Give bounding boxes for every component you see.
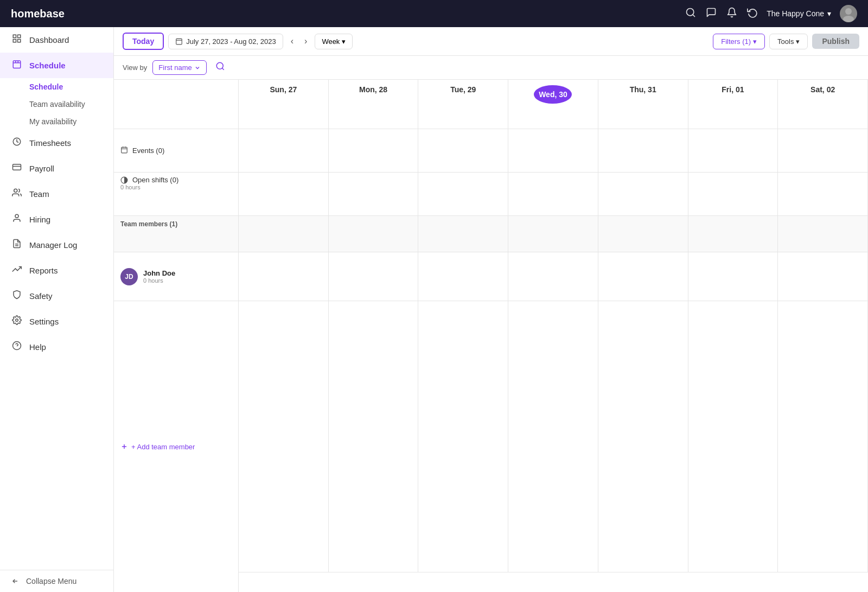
top-navigation: homebase The Happy Cone ▾ xyxy=(0,0,868,27)
company-dropdown-arrow: ▾ xyxy=(827,9,831,18)
week-selector[interactable]: Week ▾ xyxy=(315,34,353,49)
events-wed[interactable] xyxy=(508,129,598,173)
sidebar-item-payroll[interactable]: Payroll xyxy=(0,156,113,181)
open-shifts-sat[interactable] xyxy=(778,173,868,216)
sidebar-item-settings[interactable]: Settings xyxy=(0,309,113,334)
events-sun[interactable] xyxy=(239,129,329,173)
publish-button[interactable]: Publish xyxy=(812,34,859,49)
member-search-icon[interactable] xyxy=(212,60,228,75)
events-tue[interactable] xyxy=(418,129,508,173)
open-shifts-sun[interactable] xyxy=(239,173,329,216)
today-button[interactable]: Today xyxy=(123,33,164,50)
sidebar-sub-team-availability[interactable]: Team availability xyxy=(29,96,113,113)
bell-icon[interactable] xyxy=(726,7,737,21)
sidebar-hiring-label: Hiring xyxy=(29,215,50,224)
company-name: The Happy Cone xyxy=(767,9,824,18)
timesheets-icon xyxy=(11,137,23,149)
team-header-sat xyxy=(778,216,868,252)
main-layout: Dashboard Schedule Schedule Team availab… xyxy=(0,27,868,592)
next-week-button[interactable]: › xyxy=(301,34,310,48)
history-icon[interactable] xyxy=(747,7,758,21)
empty-add-tue[interactable] xyxy=(418,301,508,572)
empty-add-wed[interactable] xyxy=(508,301,598,572)
calendar-header-tue: Tue, 29 xyxy=(418,80,508,129)
filters-label: Filters (1) xyxy=(721,37,751,46)
events-thu[interactable] xyxy=(598,129,688,173)
calendar-header-mon: Mon, 28 xyxy=(329,80,419,129)
tools-button[interactable]: Tools ▾ xyxy=(769,34,808,49)
sidebar-team-label: Team xyxy=(29,189,49,199)
schedule-toolbar: Today July 27, 2023 - Aug 02, 2023 ‹ › W… xyxy=(114,27,868,56)
sidebar-sub-my-availability[interactable]: My availability xyxy=(29,113,113,130)
company-selector[interactable]: The Happy Cone ▾ xyxy=(767,9,831,18)
help-icon xyxy=(11,341,23,353)
open-shifts-tue[interactable] xyxy=(418,173,508,216)
member-cell-wed[interactable] xyxy=(508,252,598,301)
svg-rect-27 xyxy=(122,147,127,153)
calendar-header-fri: Fri, 01 xyxy=(688,80,778,129)
chat-icon[interactable] xyxy=(706,7,717,21)
events-mon[interactable] xyxy=(329,129,419,173)
sidebar-sub-schedule[interactable]: Schedule xyxy=(29,78,113,96)
sidebar-item-timesheets[interactable]: Timesheets xyxy=(0,130,113,156)
empty-add-sun[interactable] xyxy=(239,301,329,572)
svg-rect-23 xyxy=(176,39,182,44)
search-icon[interactable] xyxy=(685,7,696,21)
team-header-sun xyxy=(239,216,329,252)
events-text: Events (0) xyxy=(132,147,164,155)
date-range-button[interactable]: July 27, 2023 - Aug 02, 2023 xyxy=(168,34,283,49)
user-avatar[interactable] xyxy=(840,5,857,22)
sidebar-item-manager-log[interactable]: Manager Log xyxy=(0,232,113,258)
open-shifts-wed[interactable] xyxy=(508,173,598,216)
filters-dropdown-arrow: ▾ xyxy=(753,37,757,46)
open-shifts-text: Open shifts (0) xyxy=(132,176,178,184)
sidebar-item-reports[interactable]: Reports xyxy=(0,258,113,283)
team-header-tue xyxy=(418,216,508,252)
sidebar-bottom: Collapse Menu xyxy=(0,570,113,592)
week-label: Week xyxy=(322,37,340,46)
sidebar-item-hiring[interactable]: Hiring xyxy=(0,207,113,232)
open-shifts-mon[interactable] xyxy=(329,173,419,216)
sidebar-item-dashboard[interactable]: Dashboard xyxy=(0,27,113,53)
calendar-header-thu: Thu, 31 xyxy=(598,80,688,129)
sidebar-dashboard-label: Dashboard xyxy=(29,35,69,44)
nav-icons xyxy=(685,7,758,21)
filters-button[interactable]: Filters (1) ▾ xyxy=(713,34,765,49)
member-cell-sun[interactable] xyxy=(239,252,329,301)
member-cell-thu[interactable] xyxy=(598,252,688,301)
member-cell-sat[interactable] xyxy=(778,252,868,301)
sidebar-help-label: Help xyxy=(29,342,46,352)
member-info-john-doe: John Doe 0 hours xyxy=(143,269,175,284)
empty-add-mon[interactable] xyxy=(329,301,419,572)
sidebar-reports-label: Reports xyxy=(29,266,58,275)
sidebar-item-help[interactable]: Help xyxy=(0,334,113,360)
open-shifts-fri[interactable] xyxy=(688,173,778,216)
prev-week-button[interactable]: ‹ xyxy=(288,34,297,48)
open-shifts-thu[interactable] xyxy=(598,173,688,216)
member-cell-mon[interactable] xyxy=(329,252,419,301)
schedule-icon xyxy=(11,59,23,72)
events-sat[interactable] xyxy=(778,129,868,173)
team-members-label: Team members (1) xyxy=(120,220,177,228)
sidebar-item-safety[interactable]: Safety xyxy=(0,283,113,309)
empty-add-fri[interactable] xyxy=(688,301,778,572)
collapse-menu-button[interactable]: Collapse Menu xyxy=(0,570,113,592)
member-cell-fri[interactable] xyxy=(688,252,778,301)
svg-line-26 xyxy=(222,68,224,69)
sidebar-item-schedule[interactable]: Schedule xyxy=(0,53,113,78)
add-team-member-button[interactable]: + Add team member xyxy=(114,301,239,592)
member-cell-tue[interactable] xyxy=(418,252,508,301)
svg-rect-4 xyxy=(13,35,16,37)
events-label: Events (0) xyxy=(114,129,239,173)
sidebar-item-team[interactable]: Team xyxy=(0,181,113,207)
empty-add-thu[interactable] xyxy=(598,301,688,572)
svg-point-3 xyxy=(843,16,854,22)
add-team-member-label: + Add team member xyxy=(131,443,195,451)
events-fri[interactable] xyxy=(688,129,778,173)
view-by-select[interactable]: First name xyxy=(152,60,206,75)
calendar-grid: Sun, 27 Mon, 28 Tue, 29 Wed, 30 Thu, 31 … xyxy=(114,80,868,592)
calendar-area[interactable]: Sun, 27 Mon, 28 Tue, 29 Wed, 30 Thu, 31 … xyxy=(114,80,868,592)
toolbar-right: Filters (1) ▾ Tools ▾ Publish xyxy=(713,34,859,49)
calendar-header-sat: Sat, 02 xyxy=(778,80,868,129)
empty-add-sat[interactable] xyxy=(778,301,868,572)
